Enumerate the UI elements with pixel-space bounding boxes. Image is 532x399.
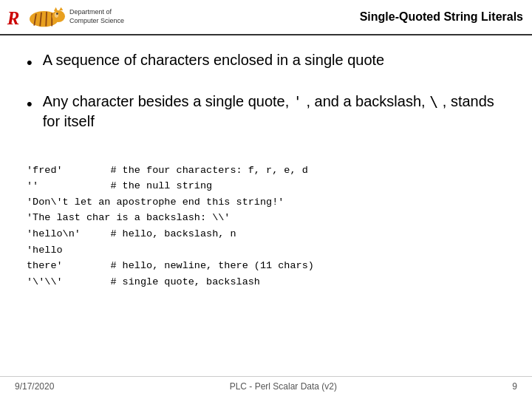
slide-title: Single-Quoted String Literals	[360, 10, 523, 24]
footer-date: 9/17/2020	[15, 381, 54, 392]
main-content: • A sequence of characters enclosed in a…	[0, 35, 532, 157]
svg-marker-9	[54, 7, 58, 11]
tiger-logo: R	[6, 4, 65, 30]
footer-page: 9	[512, 381, 517, 392]
slide-header: R Department of Computer Science Single-…	[0, 0, 532, 35]
bullet-text-2: Any character besides a single quote, ' …	[43, 92, 505, 132]
code-block: 'fred' # the four characters: f, r, e, d…	[27, 163, 505, 290]
svg-point-8	[56, 13, 58, 15]
svg-text:R: R	[7, 8, 20, 28]
dept-line1: Department of	[69, 8, 124, 17]
logo-area: R Department of Computer Science	[6, 4, 124, 30]
bullet-item-2: • Any character besides a single quote, …	[27, 92, 505, 132]
bullet-dot-1: •	[27, 52, 33, 74]
bullet-text-1: A sequence of characters enclosed in a s…	[43, 50, 505, 70]
slide-footer: 9/17/2020 PLC - Perl Scalar Data (v2) 9	[0, 376, 532, 392]
bullet-dot-2: •	[27, 93, 33, 115]
bullet-item-1: • A sequence of characters enclosed in a…	[27, 50, 505, 74]
svg-line-4	[46, 12, 47, 27]
footer-center: PLC - Perl Scalar Data (v2)	[230, 381, 337, 392]
svg-marker-10	[59, 7, 63, 10]
dept-line2: Computer Science	[69, 17, 124, 26]
svg-point-6	[52, 10, 65, 22]
dept-info: Department of Computer Science	[69, 8, 124, 25]
